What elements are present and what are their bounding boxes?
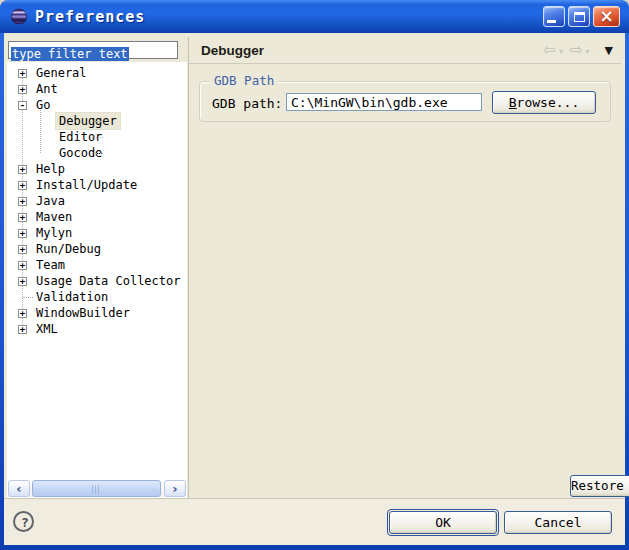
tree-item-validation[interactable]: Validation bbox=[7, 289, 187, 305]
default-button-ring: OK bbox=[387, 509, 499, 536]
title-bar[interactable]: Preferences × bbox=[0, 0, 629, 33]
back-icon[interactable]: ⇦ bbox=[543, 41, 556, 59]
tree-item-mylyn[interactable]: + Mylyn bbox=[7, 225, 187, 241]
tree-expander-icon[interactable]: + bbox=[18, 69, 27, 78]
tree-item-editor[interactable]: Editor bbox=[7, 129, 187, 145]
page-title: Debugger bbox=[201, 43, 264, 58]
tree-expander-icon[interactable]: + bbox=[18, 213, 27, 222]
tree-item-general[interactable]: + General bbox=[7, 65, 187, 81]
page-header: Debugger ⇦ ▾ ⇨ ▾ ▼ bbox=[189, 37, 621, 64]
cancel-button[interactable]: Cancel bbox=[504, 511, 612, 534]
tree-item-gocode[interactable]: Gocode bbox=[7, 145, 187, 161]
restore-defaults-button[interactable]: Restore Defaults bbox=[570, 475, 629, 497]
scroll-right-icon[interactable]: › bbox=[164, 480, 186, 497]
filter-input[interactable]: type filter text bbox=[8, 41, 178, 59]
tree-expander-icon[interactable]: + bbox=[18, 229, 27, 238]
back-menu-icon[interactable]: ▾ bbox=[559, 47, 563, 56]
tree-item-windowbuilder[interactable]: + WindowBuilder bbox=[7, 305, 187, 321]
tree-expander-icon[interactable]: + bbox=[18, 181, 27, 190]
tree-item-debugger[interactable]: Debugger bbox=[7, 113, 187, 129]
tree-expander-icon[interactable]: + bbox=[18, 261, 27, 270]
forward-menu-icon[interactable]: ▾ bbox=[586, 47, 590, 56]
scrollbar-thumb[interactable] bbox=[32, 480, 161, 497]
tree-item-java[interactable]: + Java bbox=[7, 193, 187, 209]
tree-expander-icon[interactable]: + bbox=[18, 165, 27, 174]
minimize-button[interactable] bbox=[543, 6, 565, 27]
tree-item-go[interactable]: - Go bbox=[7, 97, 187, 113]
maximize-button[interactable] bbox=[568, 6, 590, 27]
preferences-tree[interactable]: + General + Ant - Go Debugger Editor bbox=[7, 62, 187, 498]
eclipse-logo-icon bbox=[10, 8, 28, 25]
minimize-icon bbox=[547, 20, 556, 23]
close-icon: × bbox=[599, 8, 613, 25]
tree-expander-icon[interactable]: + bbox=[18, 85, 27, 94]
ok-button[interactable]: OK bbox=[389, 511, 497, 534]
tree-item-team[interactable]: + Team bbox=[7, 257, 187, 273]
filter-selected-text: type filter text bbox=[11, 47, 129, 61]
tree-expander-icon[interactable]: + bbox=[18, 197, 27, 206]
close-button[interactable]: × bbox=[593, 6, 620, 27]
tree-item-usage-data-collector[interactable]: + Usage Data Collector bbox=[7, 273, 187, 289]
tree-collapse-icon[interactable]: - bbox=[18, 101, 27, 110]
page-navigation: ⇦ ▾ ⇨ ▾ ▼ bbox=[543, 41, 613, 59]
dialog-client-area: type filter text + General + Ant - Go bbox=[4, 33, 625, 545]
gdb-path-input[interactable] bbox=[286, 93, 482, 111]
forward-icon[interactable]: ⇨ bbox=[570, 41, 583, 59]
tree-expander-icon[interactable]: + bbox=[18, 309, 27, 318]
preference-page-panel: Debugger ⇦ ▾ ⇨ ▾ ▼ GDB Path GDB path: Br… bbox=[188, 37, 621, 498]
maximize-icon bbox=[574, 12, 585, 22]
help-icon[interactable]: ? bbox=[13, 511, 34, 532]
tree-expander-icon[interactable]: + bbox=[18, 245, 27, 254]
tree-item-run-debug[interactable]: + Run/Debug bbox=[7, 241, 187, 257]
tree-expander-icon[interactable]: + bbox=[18, 325, 27, 334]
gdb-path-label: GDB path: bbox=[212, 96, 282, 111]
tree-item-maven[interactable]: + Maven bbox=[7, 209, 187, 225]
group-title: GDB Path bbox=[210, 73, 278, 88]
scroll-left-icon[interactable]: ‹ bbox=[8, 480, 30, 497]
tree-item-install-update[interactable]: + Install/Update bbox=[7, 177, 187, 193]
tree-horizontal-scrollbar[interactable]: ‹ › bbox=[8, 480, 186, 497]
gdb-path-group: GDB Path GDB path: Browse... bbox=[199, 81, 611, 122]
tree-expander-icon[interactable]: + bbox=[18, 277, 27, 286]
window-title: Preferences bbox=[35, 8, 145, 26]
preferences-window: Preferences × type filter text + General bbox=[0, 0, 629, 550]
tree-item-help[interactable]: + Help bbox=[7, 161, 187, 177]
tree-item-xml[interactable]: + XML bbox=[7, 321, 187, 337]
tree-item-ant[interactable]: + Ant bbox=[7, 81, 187, 97]
view-menu-icon[interactable]: ▼ bbox=[605, 44, 613, 57]
browse-button[interactable]: Browse... bbox=[492, 91, 596, 114]
